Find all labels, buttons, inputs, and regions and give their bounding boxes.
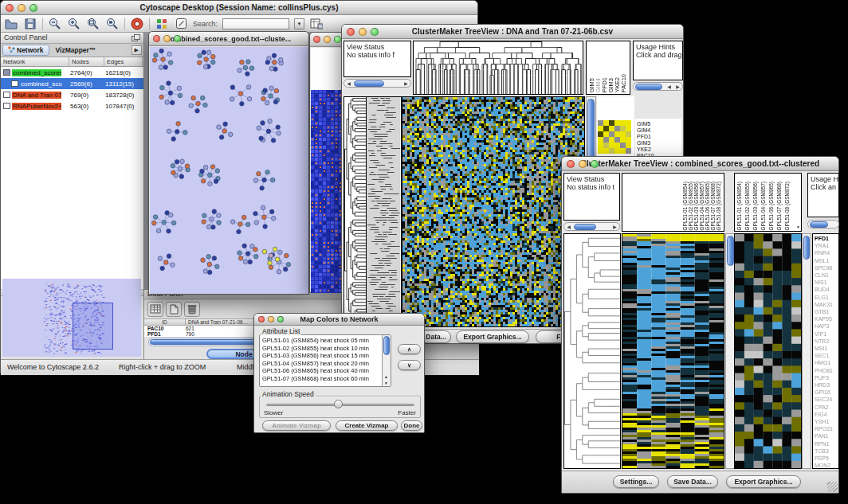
new-attribute-button[interactable]	[166, 302, 182, 317]
scroll-thumb[interactable]	[803, 236, 810, 260]
gene-label[interactable]: PAN1	[813, 432, 838, 440]
hints-hscrollbar[interactable]: ◀ ▶	[633, 82, 683, 91]
tab-vizmapper[interactable]: VizMapper™	[51, 45, 101, 55]
gene-label[interactable]: FIG4	[813, 411, 838, 418]
gene-list-hscrollbar[interactable]	[807, 220, 839, 229]
col-id[interactable]: ID	[144, 319, 186, 325]
matrix-cell[interactable]	[626, 148, 631, 154]
treeview-combined-titlebar[interactable]: ClusterMaker TreeView : combined_scores_…	[562, 157, 838, 171]
create-vizmap-button[interactable]: Create Vizmap	[336, 420, 398, 431]
gene-label[interactable]: MON2	[813, 462, 838, 469]
treeview-dna-titlebar[interactable]: ClusterMaker TreeView : DNA and Tran 07-…	[342, 25, 683, 39]
gene-label[interactable]: TCB3	[813, 447, 838, 455]
labels-scroll-icon[interactable]: ▼	[796, 225, 800, 229]
annotation-icon[interactable]	[174, 17, 188, 30]
close-button[interactable]	[567, 160, 575, 168]
matrix-cell[interactable]	[603, 148, 609, 154]
zoom-button[interactable]	[277, 316, 284, 322]
matrix-cell[interactable]	[626, 126, 631, 131]
network-list-row[interactable]: combined_sco2569(6)13112(15)	[1, 78, 143, 89]
move-down-button[interactable]: ∨	[398, 360, 421, 370]
move-up-button[interactable]: ∧	[398, 344, 421, 354]
speed-slider-thumb[interactable]	[334, 400, 343, 408]
gene-label[interactable]: SPC98	[813, 264, 838, 272]
minimize-button[interactable]	[163, 35, 171, 42]
animate-vizmap-button[interactable]: Animate Vizmap	[262, 420, 331, 431]
zoom-button[interactable]	[591, 160, 599, 168]
matrix-cell[interactable]	[603, 137, 609, 143]
gene-label[interactable]: NTR2	[813, 338, 838, 345]
gene-label[interactable]: PUF3	[813, 374, 838, 381]
matrix-cell[interactable]	[603, 126, 609, 131]
gene-label[interactable]: NIS1	[813, 279, 838, 286]
gene-label[interactable]: ELG1	[813, 294, 838, 301]
matrix-cell[interactable]	[609, 148, 614, 154]
gene-label[interactable]: MAK31	[813, 301, 838, 308]
close-button[interactable]	[313, 36, 320, 43]
scroll-right-icon[interactable]: ▶	[402, 80, 410, 87]
gene-label[interactable]: HRD3	[813, 381, 838, 389]
vizmapper-icon[interactable]	[155, 17, 169, 30]
gene-label[interactable]: RPN1	[813, 440, 838, 447]
matrix-cell[interactable]	[614, 120, 620, 126]
attribute-list-item[interactable]: GPL51-02 (GSM855) heat shock 10 min	[261, 345, 381, 353]
gene-label[interactable]: PFD1	[813, 235, 838, 242]
matrix-cell[interactable]	[614, 137, 620, 143]
scroll-thumb[interactable]	[810, 221, 828, 228]
close-button[interactable]	[6, 4, 14, 12]
scroll-thumb[interactable]	[354, 80, 384, 87]
network-list-row[interactable]: RNAPuberNov2+|563(0)107847(0)	[1, 100, 143, 111]
zoom-button[interactable]	[334, 36, 341, 43]
float-panel-icon[interactable]	[132, 34, 140, 41]
done-button[interactable]: Done	[401, 420, 422, 431]
matrix-cell[interactable]	[620, 126, 626, 131]
search-dropdown-icon[interactable]: ▼	[294, 18, 304, 29]
matrix-cell[interactable]	[609, 137, 614, 143]
gene-label[interactable]: PHO81	[813, 367, 838, 374]
zoom-button[interactable]	[29, 4, 37, 12]
minimize-button[interactable]	[268, 316, 274, 322]
save-data-button[interactable]: Save Data...	[667, 475, 718, 488]
network-tree-empty-area[interactable]	[1, 113, 143, 290]
gene-label[interactable]: GTB1	[813, 308, 838, 315]
row-dendrogram-panel[interactable]	[344, 96, 367, 327]
matrix-cell[interactable]	[598, 143, 603, 148]
table-import-icon[interactable]	[309, 17, 324, 30]
more-tabs-icon[interactable]: ▶	[132, 45, 142, 55]
row-dendrogram-panel[interactable]	[563, 233, 621, 469]
gene-label[interactable]: PEP5	[813, 455, 838, 462]
scroll-thumb[interactable]	[383, 336, 390, 355]
export-graphics-button[interactable]: Export Graphics...	[726, 475, 801, 488]
matrix-cell[interactable]	[620, 131, 626, 137]
scroll-left-icon[interactable]: ◀	[564, 223, 573, 230]
gene-label[interactable]: BUD4	[813, 286, 838, 293]
detail-heatmap[interactable]	[734, 233, 802, 469]
matrix-cell[interactable]	[620, 148, 626, 154]
gene-label[interactable]: GPI16	[813, 389, 838, 396]
gene-label[interactable]: RPO21	[813, 425, 838, 432]
minimize-button[interactable]	[359, 28, 367, 36]
matrix-cell[interactable]	[603, 131, 609, 137]
gene-label[interactable]: CPA2	[813, 404, 838, 411]
help-lifering-icon[interactable]	[130, 17, 144, 30]
scroll-left-icon[interactable]: ◀	[665, 83, 673, 90]
close-button[interactable]	[258, 316, 265, 322]
matrix-cell[interactable]	[620, 120, 626, 126]
matrix-cell[interactable]	[614, 143, 620, 148]
detail-vscrollbar[interactable]	[802, 233, 811, 469]
matrix-cell[interactable]	[603, 120, 609, 126]
scroll-up-icon[interactable]: ▲	[384, 374, 388, 379]
main-heatmap[interactable]	[402, 96, 585, 327]
gene-label[interactable]: MSL1	[813, 257, 838, 264]
zoom-selected-button[interactable]	[105, 17, 120, 30]
attribute-list-item[interactable]: GPL51-04 (GSM857) heat shock 20 min	[261, 360, 381, 368]
matrix-cell[interactable]	[598, 120, 603, 126]
status-hscrollbar[interactable]: ◀ ▶	[344, 79, 411, 88]
matrix-cell[interactable]	[603, 143, 609, 148]
scroll-left-icon[interactable]: ◀	[344, 80, 353, 87]
zoom-out-button[interactable]	[48, 17, 62, 30]
gene-label[interactable]: VIP1	[813, 330, 838, 338]
minimize-button[interactable]	[18, 4, 26, 12]
attribute-list-item[interactable]: GPL51-07 (GSM868) heat shock 60 min	[261, 375, 381, 383]
minimize-button[interactable]	[579, 160, 587, 168]
